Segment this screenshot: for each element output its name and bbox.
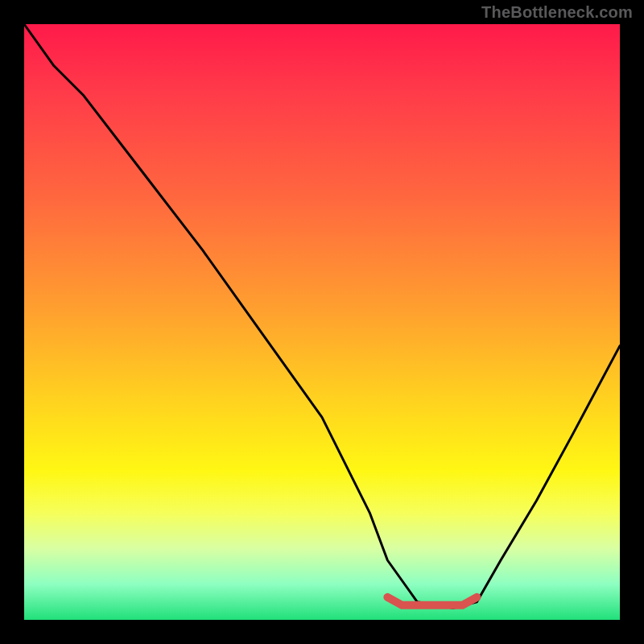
chart-frame: TheBottleneck.com — [0, 0, 644, 644]
curve-svg — [24, 24, 620, 620]
bottleneck-curve — [24, 24, 620, 608]
plot-area — [24, 24, 620, 620]
sweet-spot-highlight — [387, 597, 477, 605]
watermark-text: TheBottleneck.com — [481, 3, 633, 22]
